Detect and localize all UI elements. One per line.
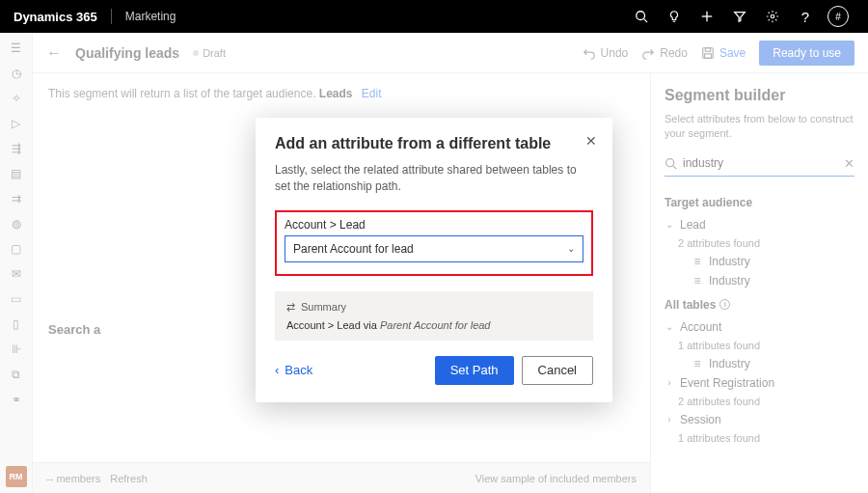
modal-back-button[interactable]: ‹Back <box>275 363 312 377</box>
relationship-select-value: Parent Account for lead <box>293 242 414 256</box>
lightbulb-icon[interactable] <box>658 0 691 33</box>
module-label: Marketing <box>125 10 176 23</box>
chevron-left-icon: ‹ <box>275 363 279 377</box>
path-breadcrumb: Account > Lead <box>285 218 583 232</box>
top-navbar: Dynamics 365 Marketing ? # <box>0 0 868 33</box>
summary-box: ⇄Summary Account > Lead via Parent Accou… <box>275 291 593 341</box>
summary-icon: ⇄ <box>286 301 295 314</box>
add-icon[interactable] <box>691 0 723 33</box>
svg-line-1 <box>644 19 648 23</box>
help-icon[interactable]: ? <box>789 0 822 33</box>
set-path-button[interactable]: Set Path <box>435 356 514 385</box>
close-icon[interactable]: ✕ <box>585 133 597 149</box>
modal-title: Add an attribute from a different table <box>275 135 593 152</box>
user-avatar[interactable]: # <box>822 0 854 33</box>
relationship-select-highlight: Account > Lead Parent Account for lead ⌄ <box>275 210 593 276</box>
add-attribute-modal: ✕ Add an attribute from a different tabl… <box>256 118 612 402</box>
chevron-down-icon: ⌄ <box>567 243 575 254</box>
svg-point-5 <box>771 14 774 18</box>
svg-point-0 <box>637 12 645 20</box>
brand-label: Dynamics 365 <box>14 10 97 24</box>
filter-icon[interactable] <box>723 0 756 33</box>
modal-body-text: Lastly, select the related attribute sha… <box>275 162 593 195</box>
modal-overlay: ✕ Add an attribute from a different tabl… <box>0 33 868 493</box>
brand-divider <box>111 9 112 24</box>
relationship-select[interactable]: Parent Account for lead ⌄ <box>285 235 583 262</box>
summary-path: Account > Lead via Parent Account for le… <box>286 319 582 331</box>
cancel-button[interactable]: Cancel <box>522 356 593 385</box>
search-icon[interactable] <box>625 0 658 33</box>
settings-icon[interactable] <box>756 0 789 33</box>
